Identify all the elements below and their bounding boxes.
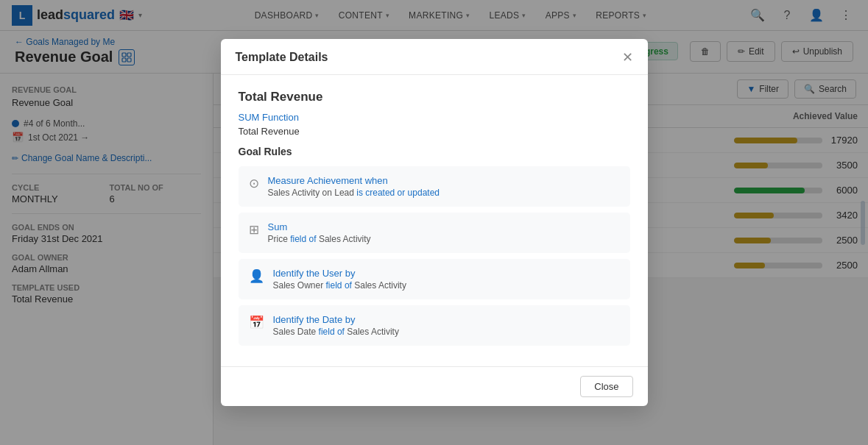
rule-measure: ⊙ Measure Achievement when Sales Activit… (239, 166, 630, 207)
field-of-link: field of (326, 280, 352, 291)
rule-desc-date: Sales Date field of Sales Activity (273, 327, 399, 337)
modal: Template Details ✕ Total Revenue SUM Fun… (221, 39, 648, 406)
rule-title-user: Identify the User by (273, 268, 406, 279)
rule-content-measure: Measure Achievement when Sales Activity … (268, 175, 440, 198)
total-revenue-label: Total Revenue (239, 126, 630, 137)
overlay[interactable]: Template Details ✕ Total Revenue SUM Fun… (0, 0, 868, 445)
rule-content-sum: Sum Price field of Sales Activity (268, 221, 371, 244)
sum-function-label: SUM Function (239, 112, 630, 123)
close-icon[interactable]: ✕ (622, 51, 633, 64)
rule-icon-user: 👤 (249, 268, 264, 284)
modal-footer: Close (221, 366, 648, 406)
field-of-link: field of (290, 234, 316, 244)
rule-title-measure: Measure Achievement when (268, 175, 440, 186)
rule-desc-measure: Sales Activity on Lead is created or upd… (268, 188, 440, 198)
rule-icon-sum: ⊞ (249, 222, 259, 238)
rule-desc-user: Sales Owner field of Sales Activity (273, 280, 406, 291)
modal-header: Template Details ✕ (221, 39, 648, 75)
rule-title-sum: Sum (268, 221, 371, 232)
rule-content-user: Identify the User by Sales Owner field o… (273, 268, 406, 291)
close-button[interactable]: Close (580, 376, 632, 397)
modal-body: Total Revenue SUM Function Total Revenue… (221, 75, 648, 366)
rule-sum: ⊞ Sum Price field of Sales Activity (239, 213, 630, 253)
rule-date: 📅 Identify the Date by Sales Date field … (239, 305, 630, 346)
rule-title-date: Identify the Date by (273, 314, 399, 325)
rule-icon-measure: ⊙ (249, 176, 259, 191)
rule-desc-sum: Price field of Sales Activity (268, 234, 371, 244)
field-of-link: is created or updated (356, 188, 440, 198)
rule-icon-date: 📅 (249, 315, 264, 330)
field-of-link: field of (319, 327, 345, 337)
modal-title: Template Details (236, 51, 328, 64)
goal-rules-title: Goal Rules (239, 146, 630, 157)
rules-container: ⊙ Measure Achievement when Sales Activit… (239, 166, 630, 346)
modal-section-title: Total Revenue (239, 90, 630, 104)
rule-content-date: Identify the Date by Sales Date field of… (273, 314, 399, 337)
rule-user: 👤 Identify the User by Sales Owner field… (239, 259, 630, 299)
